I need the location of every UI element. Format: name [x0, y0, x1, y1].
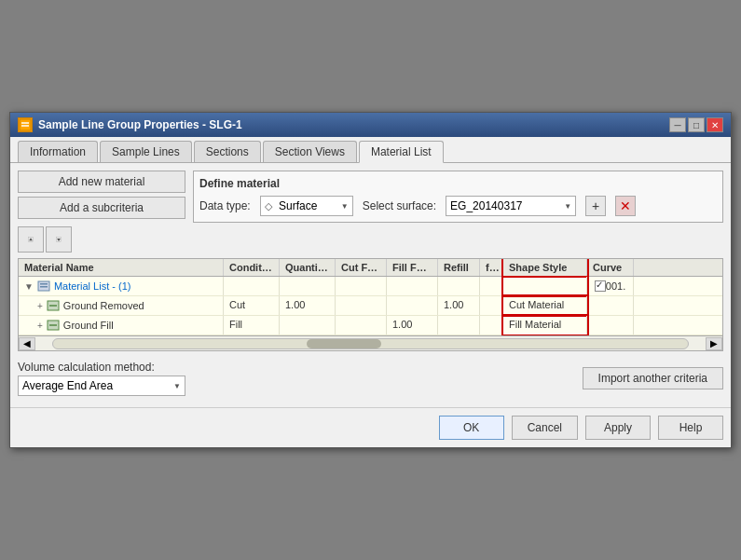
row2-fill	[387, 296, 438, 315]
row1-refill	[438, 277, 480, 295]
data-type-label: Data type:	[199, 199, 251, 212]
add-surface-button[interactable]: +	[585, 196, 606, 216]
table-row[interactable]: ▼ Material List - (1)	[19, 277, 722, 296]
table-body: ▼ Material List - (1)	[19, 277, 722, 335]
row2-condition: Cut	[224, 296, 280, 315]
select-surface-combo[interactable]: EG_20140317 ▼	[446, 196, 576, 216]
th-condition: Conditi...	[224, 259, 280, 276]
footer: OK Cancel Apply Help	[10, 407, 731, 447]
define-material-panel: Define material Data type: ◇ Surface ▼ S…	[193, 171, 723, 223]
table-row[interactable]: + Ground Fill Fill 1.00 Fill Material	[19, 316, 722, 335]
scrollbar-track[interactable]	[52, 338, 689, 349]
app-icon	[18, 117, 33, 132]
main-window: Sample Line Group Properties - SLG-1 ─ □…	[9, 112, 732, 448]
volume-combo-arrow: ▼	[173, 382, 181, 390]
icon-row	[18, 226, 185, 253]
tree-expand-icon3[interactable]: +	[37, 321, 43, 331]
th-material-name: Material Name	[19, 259, 224, 276]
left-buttons: Add new material Add a subcriteria	[18, 171, 185, 253]
move-down-button[interactable]	[46, 226, 72, 253]
tab-section-views[interactable]: Section Views	[263, 141, 357, 162]
ok-button[interactable]: OK	[439, 416, 504, 440]
row1-curve: 001.	[587, 277, 634, 295]
row2-shape-style: Cut Material	[503, 296, 587, 315]
apply-button[interactable]: Apply	[585, 416, 651, 440]
cancel-button[interactable]: Cancel	[512, 416, 578, 440]
select-surface-label: Select surface:	[363, 199, 436, 212]
volume-label: Volume calculation method:	[18, 361, 185, 374]
title-buttons: ─ □ ✕	[669, 117, 723, 132]
horizontal-scrollbar[interactable]: ◀ ▶	[19, 335, 722, 350]
top-section: Add new material Add a subcriteria	[18, 171, 723, 253]
scroll-left-button[interactable]: ◀	[19, 337, 35, 350]
row1-name: ▼ Material List - (1)	[19, 277, 224, 295]
tree-expand-icon[interactable]: ▼	[24, 281, 34, 292]
help-button[interactable]: Help	[658, 416, 723, 440]
tree-expand-icon2[interactable]: +	[37, 301, 43, 311]
row1-f	[480, 277, 503, 295]
row3-cut	[336, 316, 387, 335]
tab-sections[interactable]: Sections	[194, 141, 261, 162]
row1-cut	[336, 277, 387, 295]
surface-icon: ◇	[265, 200, 272, 212]
volume-section: Volume calculation method: Average End A…	[18, 361, 185, 396]
main-content: Add new material Add a subcriteria	[10, 163, 731, 407]
row2-refill: 1.00	[438, 296, 480, 315]
data-type-arrow: ▼	[341, 202, 349, 211]
tab-sample-lines[interactable]: Sample Lines	[100, 141, 192, 162]
row3-name: + Ground Fill	[19, 316, 224, 335]
th-f: f...	[480, 259, 503, 276]
th-shape-style: Shape Style	[503, 259, 587, 276]
row1-quantity	[280, 277, 336, 295]
material-item-icon	[47, 299, 60, 312]
title-bar-left: Sample Line Group Properties - SLG-1	[18, 117, 242, 132]
tab-material-list[interactable]: Material List	[359, 141, 444, 163]
restore-button[interactable]: □	[688, 117, 705, 132]
import-criteria-button[interactable]: Import another criteria	[583, 367, 723, 389]
table-header: Material Name Conditi... Quantit... Cut …	[19, 259, 722, 277]
row3-f	[480, 316, 503, 335]
add-subcriteria-button[interactable]: Add a subcriteria	[18, 197, 185, 219]
row2-quantity: 1.00	[280, 296, 336, 315]
select-surface-value: EG_20140317	[450, 199, 522, 212]
row2-curve	[587, 296, 634, 315]
curve-checkbox[interactable]	[595, 280, 606, 292]
scroll-right-button[interactable]: ▶	[706, 337, 722, 350]
row2-name: + Ground Removed	[19, 296, 224, 315]
bottom-section: Volume calculation method: Average End A…	[18, 357, 723, 400]
surface-combo-arrow: ▼	[564, 202, 571, 211]
material-table: Material Name Conditi... Quantit... Cut …	[18, 258, 723, 351]
define-material-title: Define material	[199, 177, 717, 190]
row2-f	[480, 296, 503, 315]
close-button[interactable]: ✕	[707, 117, 723, 132]
row3-curve	[587, 316, 634, 335]
title-bar: Sample Line Group Properties - SLG-1 ─ □…	[10, 113, 731, 137]
row1-fill	[387, 277, 438, 295]
data-type-combo[interactable]: ◇ Surface ▼	[260, 196, 353, 216]
move-up-button[interactable]	[18, 226, 44, 253]
tab-bar: Information Sample Lines Sections Sectio…	[10, 137, 731, 163]
add-new-material-button[interactable]: Add new material	[18, 171, 185, 193]
th-refill: Refill	[438, 259, 480, 276]
row3-shape-style: Fill Material	[503, 316, 587, 335]
th-fill-factor: Fill Fac...	[387, 259, 438, 276]
tab-information[interactable]: Information	[18, 141, 98, 162]
volume-method-value: Average End Area	[22, 379, 113, 392]
svg-rect-0	[20, 119, 31, 130]
data-type-value: ◇ Surface	[265, 199, 318, 212]
table-row[interactable]: + Ground Removed Cut 1.00 1.00 Cut Mater…	[19, 296, 722, 316]
scrollbar-thumb[interactable]	[307, 339, 381, 348]
window-title: Sample Line Group Properties - SLG-1	[38, 118, 242, 131]
svg-rect-9	[40, 286, 48, 288]
define-material-row: Data type: ◇ Surface ▼ Select surface: E…	[199, 196, 717, 216]
volume-method-combo[interactable]: Average End Area ▼	[18, 376, 185, 396]
svg-rect-8	[40, 283, 48, 285]
row1-shape-style	[503, 277, 587, 295]
minimize-button[interactable]: ─	[669, 117, 686, 132]
delete-surface-button[interactable]: ✕	[615, 196, 636, 216]
row3-condition: Fill	[224, 316, 280, 335]
material-group-icon	[37, 280, 50, 293]
row3-fill: 1.00	[387, 316, 438, 335]
material-fill-icon	[47, 319, 60, 332]
row3-quantity	[280, 316, 336, 335]
